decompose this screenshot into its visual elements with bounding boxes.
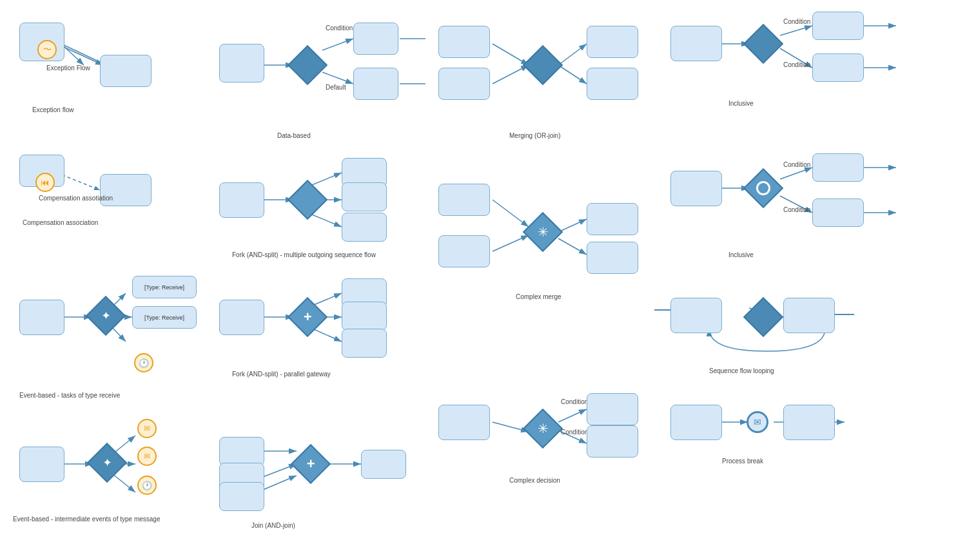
- exception-flow-section-label: Exception flow: [32, 106, 73, 113]
- message-event-1: ✉: [137, 419, 157, 438]
- asterisk-icon-2: ✳: [538, 421, 549, 436]
- merge-task-source-2: [438, 68, 490, 100]
- inclusive-bottom-condition1-label: Condition 1: [783, 161, 816, 168]
- event-receive-task-source: [19, 300, 64, 335]
- svg-line-39: [493, 235, 529, 251]
- fork-parallel-target-2: [342, 302, 387, 331]
- join-section-label: Join (AND-join): [251, 522, 295, 529]
- inclusive-top-target-1: [812, 12, 864, 40]
- merge-gateway: [523, 45, 563, 85]
- fork-parallel-target-3: [342, 329, 387, 358]
- fork-parallel-section-label: Fork (AND-split) - parallel gateway: [232, 371, 331, 378]
- plus-icon: +: [304, 309, 312, 325]
- inclusive-bottom-target-1: [812, 153, 864, 182]
- inclusive-top-section-label: Inclusive: [728, 100, 754, 107]
- inclusive-bottom-target-2: [812, 198, 864, 227]
- svg-line-18: [322, 39, 353, 50]
- complex-merge-section-label: Complex merge: [516, 293, 562, 300]
- merge-task-target-1: [587, 26, 638, 58]
- event-gateway: ✦: [86, 296, 126, 336]
- complex-decision-target-1: [587, 393, 638, 425]
- wave-icon: 〜: [43, 44, 52, 55]
- process-break-task-2: [783, 405, 835, 440]
- compensation-event: ⏮: [35, 173, 55, 192]
- svg-line-36: [558, 44, 587, 65]
- inclusive-top-target-2: [812, 53, 864, 82]
- type-receive-label-2: [Type: Receive]: [144, 314, 184, 321]
- fork-multiple-section-label: Fork (AND-split) - multiple outgoing seq…: [232, 251, 376, 258]
- svg-line-16: [112, 474, 135, 492]
- event-message-section-label: Event-based - intermediate events of typ…: [13, 516, 160, 523]
- loop-gateway: [743, 297, 783, 337]
- inclusive-top-gateway: [743, 24, 783, 64]
- clock-icon: 🕐: [139, 358, 149, 368]
- svg-line-19: [322, 72, 353, 84]
- merge-section-label: Merging (OR-join): [509, 132, 560, 139]
- svg-line-31: [263, 464, 297, 477]
- complex-merge-source-2: [438, 235, 490, 267]
- event-message-task-source: [19, 447, 64, 482]
- complex-merge-target-1: [587, 203, 638, 235]
- event-message-gateway: ✦: [87, 443, 127, 483]
- fork-multiple-target-2: [342, 182, 387, 211]
- loop-task-2: [783, 298, 835, 333]
- complex-merge-gateway: ✳: [523, 212, 563, 252]
- svg-line-40: [558, 219, 587, 232]
- diagram-canvas: 〜 Exception Flow Exception flow ⏮ Compen…: [0, 0, 967, 560]
- exception-event: 〜: [37, 40, 57, 59]
- process-break-task-1: [670, 405, 722, 440]
- complex-merge-target-2: [587, 242, 638, 274]
- data-based-section-label: Data-based: [277, 132, 311, 139]
- svg-line-43: [558, 409, 587, 422]
- clock-icon-2: 🕐: [142, 481, 152, 490]
- data-based-target-1: [353, 23, 398, 55]
- svg-line-51: [780, 168, 812, 179]
- data-based-default-label: Default: [326, 84, 346, 91]
- svg-line-32: [263, 476, 297, 490]
- svg-line-41: [558, 238, 587, 255]
- data-based-task-source: [219, 44, 264, 82]
- complex-merge-source-1: [438, 184, 490, 216]
- process-break-event: ✉: [747, 411, 768, 433]
- type-receive-label-1: [Type: Receive]: [144, 284, 184, 291]
- fork-multiple-task-source: [219, 182, 264, 218]
- join-gateway: +: [291, 444, 331, 484]
- fork-parallel-gateway: +: [288, 297, 327, 337]
- envelope-icon-pb: ✉: [754, 417, 761, 427]
- clock-event-receive: 🕐: [134, 353, 153, 372]
- loop-outgoing-line: [835, 314, 854, 315]
- fork-multiple-gateway: [288, 180, 327, 220]
- inclusive-top-source: [670, 26, 722, 61]
- complex-decision-source: [438, 405, 490, 440]
- star-icon-2: ✦: [103, 456, 112, 470]
- complex-decision-target-2: [587, 425, 638, 458]
- asterisk-icon: ✳: [538, 224, 549, 240]
- plus-icon-join: +: [307, 456, 315, 472]
- compensation-assoc-label: Compensation assotiation: [39, 195, 113, 202]
- event-receive-task-1: [Type: Receive]: [132, 276, 197, 298]
- join-task-source-3: [219, 482, 264, 511]
- complex-decision-gateway: ✳: [523, 409, 563, 449]
- inclusive-bottom-gateway: [743, 168, 783, 208]
- exception-flow-label: Exception Flow: [46, 64, 90, 72]
- clock-event-message: 🕐: [137, 476, 157, 495]
- fork-multiple-target-3: [342, 213, 387, 242]
- exception-task-target: [100, 55, 151, 87]
- svg-line-37: [558, 65, 587, 84]
- merge-task-target-2: [587, 68, 638, 100]
- inclusive-bottom-section-label: Inclusive: [728, 251, 754, 258]
- complex-decision-section-label: Complex decision: [509, 477, 560, 484]
- message-event-2: ✉: [137, 447, 157, 466]
- svg-line-46: [780, 26, 812, 35]
- envelope-icon-2: ✉: [144, 452, 150, 461]
- inclusive-top-condition2-label: Condition 2: [783, 61, 816, 68]
- inclusive-bottom-source: [670, 171, 722, 206]
- svg-line-34: [493, 44, 529, 65]
- data-based-target-2: [353, 68, 398, 100]
- svg-line-3: [61, 44, 84, 65]
- compensation-section-label: Compensation association: [23, 219, 98, 226]
- rewind-icon: ⏮: [41, 177, 50, 188]
- inclusive-bottom-condition2-label: Condition 2: [783, 206, 816, 213]
- process-break-section-label: Process break: [722, 458, 763, 465]
- fork-parallel-task-source: [219, 300, 264, 335]
